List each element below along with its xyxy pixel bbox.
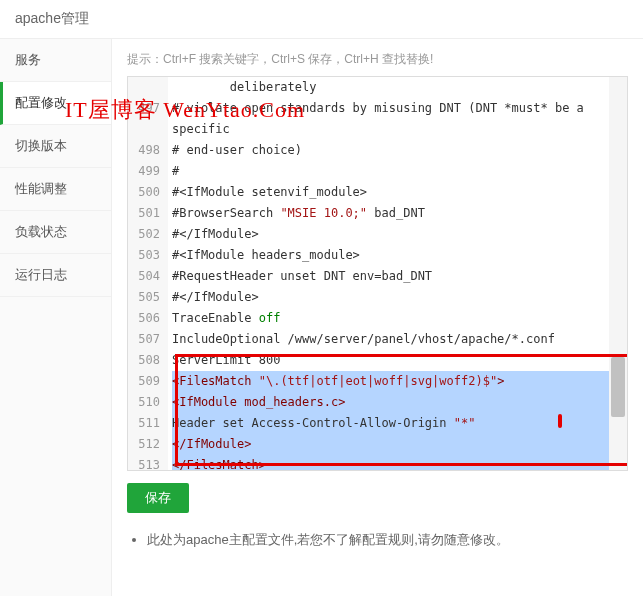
editor-gutter: 4974984995005015025035045055065075085095… [128, 77, 168, 470]
code-line[interactable]: #<IfModule setenvif_module> [172, 182, 627, 203]
sidebar-item-switch-version[interactable]: 切换版本 [0, 125, 111, 168]
code-line[interactable]: </FilesMatch> [172, 455, 627, 470]
code-line[interactable]: # end-user choice) [172, 140, 627, 161]
code-line[interactable]: #</IfModule> [172, 224, 627, 245]
editor-scrollbar[interactable] [609, 77, 627, 470]
sidebar: 服务 配置修改 切换版本 性能调整 负载状态 运行日志 [0, 39, 112, 596]
code-line[interactable]: specific [172, 119, 627, 140]
footer-notes: 此处为apache主配置文件,若您不了解配置规则,请勿随意修改。 [127, 531, 628, 549]
cursor-mark-annotation [558, 414, 562, 428]
code-line[interactable]: TraceEnable off [172, 308, 627, 329]
sidebar-item-performance[interactable]: 性能调整 [0, 168, 111, 211]
main-container: 服务 配置修改 切换版本 性能调整 负载状态 运行日志 提示：Ctrl+F 搜索… [0, 39, 643, 596]
window-header: apache管理 [0, 0, 643, 39]
code-line[interactable]: <IfModule mod_headers.c> [172, 392, 627, 413]
sidebar-item-run-log[interactable]: 运行日志 [0, 254, 111, 297]
code-line[interactable]: #RequestHeader unset DNT env=bad_DNT [172, 266, 627, 287]
code-line[interactable]: deliberately [172, 77, 627, 98]
code-line[interactable]: IncludeOptional /www/server/panel/vhost/… [172, 329, 627, 350]
code-line[interactable]: </IfModule> [172, 434, 627, 455]
code-line[interactable]: ServerLimit 800 [172, 350, 627, 371]
hint-text: 提示：Ctrl+F 搜索关键字，Ctrl+S 保存，Ctrl+H 查找替换! [127, 51, 628, 68]
footer-note-item: 此处为apache主配置文件,若您不了解配置规则,请勿随意修改。 [147, 531, 628, 549]
window-title: apache管理 [15, 10, 89, 26]
scrollbar-thumb[interactable] [611, 357, 625, 417]
code-line[interactable]: #BrowserSearch "MSIE 10.0;" bad_DNT [172, 203, 627, 224]
code-line[interactable]: # [172, 161, 627, 182]
code-line[interactable]: #</IfModule> [172, 287, 627, 308]
code-line[interactable]: #<IfModule headers_module> [172, 245, 627, 266]
editor-content[interactable]: deliberately# violate open standards by … [168, 77, 627, 470]
save-button[interactable]: 保存 [127, 483, 189, 513]
sidebar-item-config[interactable]: 配置修改 [0, 82, 111, 125]
sidebar-item-service[interactable]: 服务 [0, 39, 111, 82]
code-editor[interactable]: 4974984995005015025035045055065075085095… [127, 76, 628, 471]
sidebar-item-load-status[interactable]: 负载状态 [0, 211, 111, 254]
code-line[interactable]: # violate open standards by misusing DNT… [172, 98, 627, 119]
code-line[interactable]: <FilesMatch "\.(ttf|otf|eot|woff|svg|wof… [172, 371, 627, 392]
main-panel: 提示：Ctrl+F 搜索关键字，Ctrl+S 保存，Ctrl+H 查找替换! 4… [112, 39, 643, 596]
